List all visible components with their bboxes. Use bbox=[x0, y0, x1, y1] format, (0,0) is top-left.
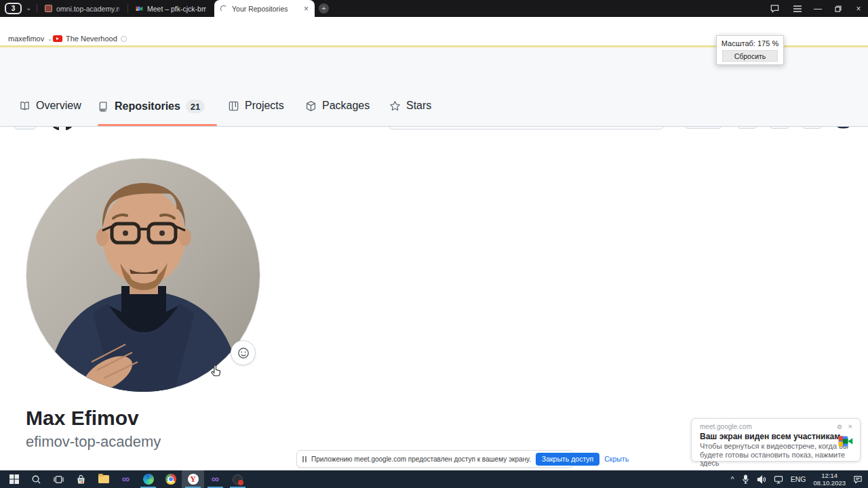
yandex-browser-icon-active[interactable]: Y bbox=[182, 470, 204, 488]
profile-name: Max Efimov bbox=[26, 407, 139, 430]
zoom-level-label: Масштаб: 175 % bbox=[717, 39, 783, 47]
taskbar-clock[interactable]: 12:14 08.10.2023 bbox=[813, 472, 846, 487]
notification-settings-icon[interactable]: ⚙ bbox=[837, 424, 842, 430]
meet-favicon bbox=[136, 5, 143, 12]
browser-tab-omni[interactable]: omni.top-academy.ru/#/p bbox=[39, 0, 125, 17]
microsoft-store-icon[interactable] bbox=[70, 470, 92, 488]
notification-close-icon[interactable]: × bbox=[848, 422, 852, 430]
window-restore-button[interactable] bbox=[829, 0, 848, 17]
tab-overview[interactable]: Overview bbox=[19, 100, 81, 112]
google-meet-icon bbox=[838, 435, 853, 447]
action-center-icon[interactable] bbox=[853, 475, 863, 484]
date: 08.10.2023 bbox=[813, 479, 846, 487]
speaker-icon[interactable] bbox=[757, 475, 766, 484]
book-icon bbox=[19, 100, 31, 112]
sidebar-chat-icon[interactable] bbox=[765, 0, 784, 17]
tab-title: omni.top-academy.ru/#/p bbox=[56, 5, 119, 13]
file-explorer-icon[interactable] bbox=[92, 470, 115, 488]
star-icon bbox=[389, 100, 401, 112]
time: 12:14 bbox=[821, 472, 837, 479]
stop-sharing-button[interactable]: Закрыть доступ bbox=[536, 453, 599, 466]
system-tray: ^ ENG 12:14 08.10.2023 bbox=[731, 470, 868, 488]
new-tab-button[interactable]: + bbox=[319, 3, 329, 14]
tab-repositories[interactable]: Repositories 21 bbox=[98, 100, 205, 113]
bookmark-the-neverhood[interactable]: The Neverhood bbox=[53, 35, 127, 43]
taskbar-search-button[interactable] bbox=[25, 470, 47, 488]
notification-title: Ваш экран виден всем участникам bbox=[700, 432, 840, 441]
network-icon[interactable] bbox=[774, 475, 783, 484]
tab-stars[interactable]: Stars bbox=[389, 100, 431, 112]
window-minimize-button[interactable]: — bbox=[808, 0, 827, 17]
tab-counter-badge[interactable]: 3 bbox=[5, 3, 22, 14]
microphone-icon[interactable] bbox=[742, 474, 749, 484]
site-favicon bbox=[45, 5, 52, 12]
tab-list-chevron-icon[interactable]: ⌄ bbox=[26, 5, 33, 12]
favicon-placeholder bbox=[121, 36, 127, 42]
browser-tab-strip: 3 ⌄ omni.top-academy.ru/#/p Meet – pfk-c… bbox=[0, 0, 868, 17]
windows-taskbar: ∞ Y ∞ ^ ENG 12:14 08.10.2023 bbox=[0, 470, 868, 488]
tab-close-icon[interactable]: × bbox=[304, 5, 309, 13]
repositories-count-badge: 21 bbox=[186, 100, 205, 113]
edge-browser-icon[interactable] bbox=[137, 470, 159, 488]
browser-tab-active-repositories[interactable]: Your Repositories × bbox=[214, 0, 315, 17]
notification-body-line1: Чтобы вернуться к видеовстрече, когда вы bbox=[700, 442, 848, 450]
zoom-reset-button[interactable]: Сбросить bbox=[722, 50, 778, 62]
task-view-button[interactable] bbox=[47, 470, 70, 488]
window-close-button[interactable]: × bbox=[849, 0, 868, 17]
set-status-button[interactable] bbox=[231, 340, 256, 365]
profile-avatar[interactable] bbox=[26, 158, 260, 392]
profile-photo bbox=[26, 159, 260, 392]
notification-body-line2: будете готовы остановить показ, нажмите … bbox=[700, 451, 860, 467]
tab-title: Meet – pfk-cjck-bma bbox=[147, 5, 206, 13]
smiley-icon bbox=[237, 347, 250, 359]
start-button[interactable] bbox=[3, 470, 25, 488]
hand-cursor bbox=[209, 363, 224, 380]
tray-expand-chevron-icon[interactable]: ^ bbox=[731, 475, 734, 483]
chevron-down-icon: ⌄ bbox=[47, 36, 52, 42]
tab-title: Your Repositories bbox=[232, 5, 299, 13]
share-banner-text: Приложению meet.google.com предоставлен … bbox=[311, 455, 531, 463]
loading-spinner-icon bbox=[220, 5, 227, 12]
browser-tab-meet[interactable]: Meet – pfk-cjck-bma bbox=[130, 0, 212, 17]
divider bbox=[127, 4, 128, 13]
tab-projects[interactable]: Projects bbox=[228, 100, 284, 112]
obs-recorder-icon[interactable] bbox=[226, 470, 249, 488]
meet-notification[interactable]: meet.google.com ⚙ × Ваш экран виден всем… bbox=[691, 418, 861, 462]
youtube-icon bbox=[53, 35, 62, 42]
screen-share-banner: Приложению meet.google.com предоставлен … bbox=[296, 450, 574, 468]
repo-icon bbox=[98, 101, 109, 113]
chrome-browser-icon[interactable] bbox=[159, 470, 182, 488]
visual-studio-icon[interactable]: ∞ bbox=[115, 470, 137, 488]
screen: 3 ⌄ omni.top-academy.ru/#/p Meet – pfk-c… bbox=[0, 0, 868, 488]
profile-login: efimov-top-academy bbox=[26, 433, 161, 451]
hide-banner-link[interactable]: Скрыть bbox=[604, 455, 629, 463]
visual-studio-icon-2[interactable]: ∞ bbox=[204, 470, 226, 488]
notification-source: meet.google.com bbox=[700, 423, 752, 430]
zoom-level-popup: Масштаб: 175 % Сбросить bbox=[716, 35, 784, 65]
screen-share-icon bbox=[302, 456, 307, 462]
active-tab-underline bbox=[98, 124, 217, 126]
bookmark-folder-maxefimov[interactable]: maxefimov ⌄ bbox=[8, 35, 52, 43]
table-icon bbox=[228, 100, 239, 112]
tab-packages[interactable]: Packages bbox=[305, 100, 370, 112]
package-icon bbox=[305, 100, 317, 112]
browser-menu-icon[interactable] bbox=[788, 0, 807, 17]
browser-toolbar: Я × github.com Your Repositories ABP bbox=[0, 17, 868, 34]
language-indicator[interactable]: ENG bbox=[791, 475, 806, 483]
divider bbox=[37, 4, 37, 13]
